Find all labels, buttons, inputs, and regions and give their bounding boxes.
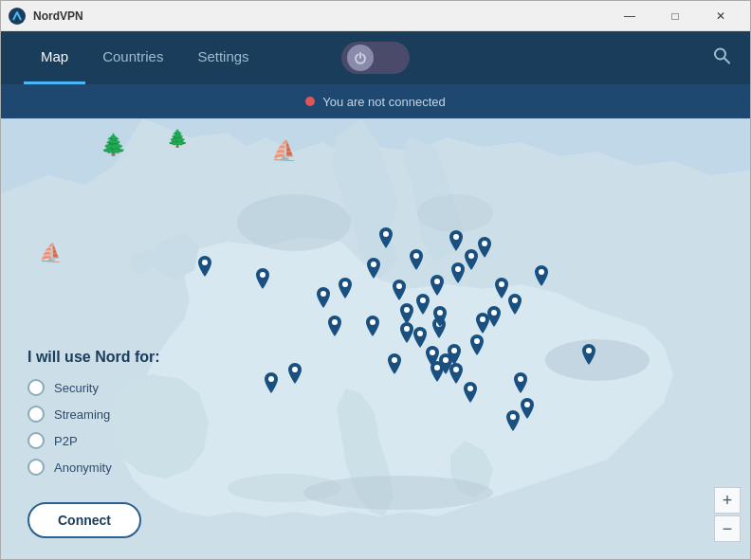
- pin-it[interactable]: [386, 353, 403, 374]
- pin-fr[interactable]: [326, 316, 343, 336]
- pin-tr[interactable]: [512, 372, 529, 393]
- svg-point-16: [420, 298, 426, 303]
- pin-pt[interactable]: [263, 372, 280, 393]
- close-button[interactable]: ✕: [699, 1, 742, 31]
- pin-ch[interactable]: [364, 316, 381, 336]
- svg-point-6: [545, 339, 650, 381]
- svg-point-37: [392, 357, 397, 363]
- tab-map[interactable]: Map: [24, 31, 85, 84]
- radio-security[interactable]: Security: [27, 379, 221, 396]
- radio-circle-streaming: [27, 406, 45, 423]
- maximize-button[interactable]: □: [653, 1, 697, 31]
- window-controls: — □ ✕: [608, 1, 742, 31]
- power-toggle[interactable]: [341, 42, 410, 74]
- pin-se[interactable]: [408, 249, 425, 270]
- radio-label-security: Security: [54, 381, 99, 395]
- pin-ge[interactable]: [580, 344, 597, 365]
- search-icon[interactable]: [712, 46, 731, 70]
- pin-is[interactable]: [504, 410, 522, 431]
- svg-point-40: [586, 348, 592, 353]
- radio-streaming[interactable]: Streaming: [27, 406, 221, 423]
- pin-ru[interactable]: [533, 265, 550, 286]
- radio-label-streaming: Streaming: [54, 407, 110, 422]
- svg-point-31: [539, 269, 544, 275]
- minimize-button[interactable]: —: [608, 1, 651, 31]
- svg-point-11: [371, 262, 376, 267]
- svg-point-0: [9, 8, 26, 25]
- svg-point-17: [404, 307, 410, 313]
- svg-point-28: [468, 253, 474, 259]
- zoom-controls: + −: [714, 487, 741, 542]
- boat-decoration-1: ⛵: [271, 139, 297, 164]
- pin-no[interactable]: [377, 227, 394, 248]
- navbar: Map Countries Settings: [1, 31, 750, 84]
- svg-point-25: [518, 376, 523, 382]
- status-text: You are not connected: [322, 95, 446, 109]
- svg-point-5: [417, 194, 493, 232]
- svg-point-48: [510, 414, 516, 420]
- radio-circle-p2p: [27, 432, 45, 449]
- zoom-in-button[interactable]: +: [714, 487, 741, 514]
- svg-point-43: [417, 331, 423, 336]
- pin-at[interactable]: [398, 303, 415, 324]
- svg-point-45: [430, 350, 435, 355]
- svg-point-47: [524, 402, 530, 407]
- svg-point-34: [332, 319, 338, 325]
- svg-point-32: [499, 281, 504, 287]
- svg-line-2: [724, 59, 729, 63]
- svg-point-14: [383, 231, 389, 237]
- pin-dk[interactable]: [365, 258, 382, 279]
- pin-de[interactable]: [391, 280, 408, 300]
- pin-pl[interactable]: [429, 275, 446, 296]
- radio-circle-anonymity: [27, 459, 45, 476]
- svg-point-24: [467, 386, 473, 391]
- svg-point-13: [413, 253, 419, 259]
- svg-point-46: [443, 357, 449, 363]
- pin-nl[interactable]: [337, 278, 354, 298]
- app-title: NordVPN: [33, 9, 83, 23]
- power-toggle-wrap: [341, 42, 410, 74]
- radio-label-p2p: P2P: [54, 434, 78, 448]
- pin-si[interactable]: [398, 322, 415, 343]
- zoom-out-button[interactable]: −: [714, 515, 741, 542]
- radio-anonymity[interactable]: Anonymity: [27, 459, 221, 476]
- connect-button[interactable]: Connect: [27, 502, 141, 538]
- svg-point-41: [491, 310, 497, 316]
- tab-countries[interactable]: Countries: [85, 31, 180, 84]
- pin-ee[interactable]: [476, 237, 493, 258]
- svg-point-44: [404, 326, 410, 332]
- svg-point-12: [396, 283, 402, 289]
- pin-me[interactable]: [437, 353, 454, 374]
- pin-bg[interactable]: [468, 334, 485, 355]
- pin-by[interactable]: [493, 278, 510, 298]
- power-icon: [354, 51, 367, 64]
- pin-cz[interactable]: [414, 294, 431, 315]
- svg-point-4: [237, 194, 351, 251]
- titlebar-left: NordVPN: [9, 8, 83, 25]
- svg-point-29: [453, 234, 459, 240]
- pin-gr[interactable]: [462, 382, 479, 403]
- pin-es[interactable]: [286, 363, 303, 384]
- tab-settings[interactable]: Settings: [180, 31, 266, 84]
- pin-sk[interactable]: [431, 306, 449, 327]
- title-bar: NordVPN — □ ✕: [1, 1, 750, 31]
- svg-point-30: [482, 241, 487, 246]
- radio-p2p[interactable]: P2P: [27, 432, 221, 449]
- pin-ie[interactable]: [254, 268, 271, 289]
- svg-point-15: [434, 279, 440, 284]
- sidebar-panel: I will use Nord for: Security Streaming …: [1, 118, 247, 560]
- svg-point-35: [292, 367, 298, 372]
- map-area: 🌲 🌲 ⛵ ⛵: [1, 118, 750, 560]
- pin-md[interactable]: [485, 306, 503, 327]
- status-indicator: [305, 97, 315, 106]
- use-for-heading: I will use Nord for:: [27, 349, 221, 366]
- power-toggle-knob: [347, 45, 374, 71]
- svg-point-38: [260, 272, 266, 278]
- radio-label-anonymity: Anonymity: [54, 461, 112, 475]
- svg-point-10: [342, 281, 348, 287]
- svg-point-26: [512, 298, 518, 303]
- app-logo-icon: [9, 8, 26, 25]
- status-bar: You are not connected: [1, 84, 750, 118]
- pin-fi[interactable]: [448, 230, 465, 251]
- pin-be[interactable]: [315, 287, 332, 308]
